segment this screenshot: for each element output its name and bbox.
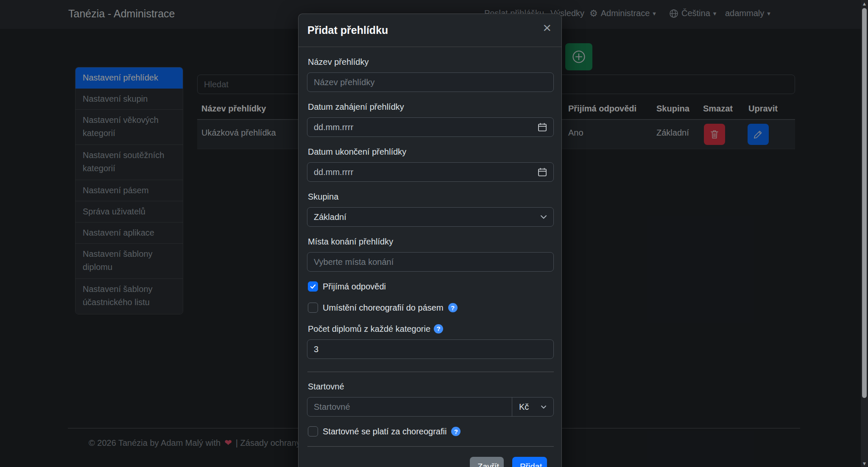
currency-value: Kč	[519, 402, 529, 412]
close-icon[interactable]: ×	[540, 20, 554, 35]
diplomas-count-label: Počet diplomů z každé kategorie ?	[308, 322, 443, 335]
chevron-down-icon	[541, 405, 547, 409]
modal-header: Přidat přehlídku ×	[299, 14, 561, 47]
end-date-label: Datum ukončení přehlídky	[308, 145, 406, 158]
bands-placement-checkbox[interactable]	[308, 303, 318, 313]
help-icon[interactable]: ?	[434, 324, 443, 334]
group-label: Skupina	[308, 190, 338, 203]
entry-fee-label: Startovné	[308, 380, 344, 393]
help-icon[interactable]: ?	[448, 303, 458, 312]
start-date-value: dd.mm.rrrr	[314, 122, 538, 132]
scroll-up-arrow[interactable]: ▲	[861, 0, 868, 7]
add-show-modal: Přidat přehlídku × Název přehlídky Datum…	[298, 14, 562, 467]
chevron-down-icon	[540, 215, 547, 219]
help-icon[interactable]: ?	[451, 427, 461, 436]
scroll-down-arrow[interactable]: ▼	[861, 460, 868, 467]
diplomas-count-label-text: Počet diplomů z každé kategorie	[308, 322, 430, 335]
accepts-responses-checkbox[interactable]	[308, 281, 318, 292]
cancel-button[interactable]: Zavřít	[470, 457, 504, 467]
fee-per-choreo-checkbox[interactable]	[308, 426, 318, 436]
bands-placement-row: Umístění choreografií do pásem ?	[308, 301, 458, 314]
fee-per-choreo-label: Startovné se platí za choreografii	[323, 427, 447, 436]
modal-title: Přidat přehlídku	[307, 24, 388, 36]
venues-input[interactable]	[307, 252, 554, 272]
entry-fee-input[interactable]	[307, 398, 512, 416]
group-selected-value: Základní	[314, 212, 540, 222]
scrollbar-thumb[interactable]	[862, 8, 867, 398]
end-date-input[interactable]: dd.mm.rrrr	[307, 162, 554, 182]
app-window: Tanézia - Administrace Poslat přihlášku …	[0, 0, 868, 467]
accepts-responses-label: Přijímá odpovědi	[323, 282, 386, 292]
show-name-input[interactable]	[307, 72, 554, 92]
modal-footer-divider	[307, 446, 554, 447]
diplomas-count-input[interactable]	[307, 339, 554, 359]
venues-label: Místa konání přehlídky	[308, 235, 393, 248]
currency-select[interactable]: Kč	[512, 398, 553, 416]
start-date-input[interactable]: dd.mm.rrrr	[307, 117, 554, 137]
page-scrollbar[interactable]: ▲ ▼	[861, 0, 868, 467]
group-select[interactable]: Základní	[307, 207, 554, 227]
submit-button[interactable]: Přidat	[512, 457, 547, 467]
bands-placement-label: Umístění choreografií do pásem	[323, 303, 444, 313]
end-date-value: dd.mm.rrrr	[314, 167, 538, 177]
fee-per-choreo-row: Startovné se platí za choreografii ?	[308, 425, 461, 438]
calendar-icon[interactable]	[538, 122, 547, 132]
modal-section-divider	[307, 372, 554, 372]
calendar-icon[interactable]	[538, 167, 547, 177]
show-name-label: Název přehlídky	[308, 56, 368, 68]
accepts-responses-row: Přijímá odpovědi	[308, 280, 386, 293]
entry-fee-group: Kč	[307, 397, 554, 417]
start-date-label: Datum zahájení přehlídky	[308, 100, 404, 113]
